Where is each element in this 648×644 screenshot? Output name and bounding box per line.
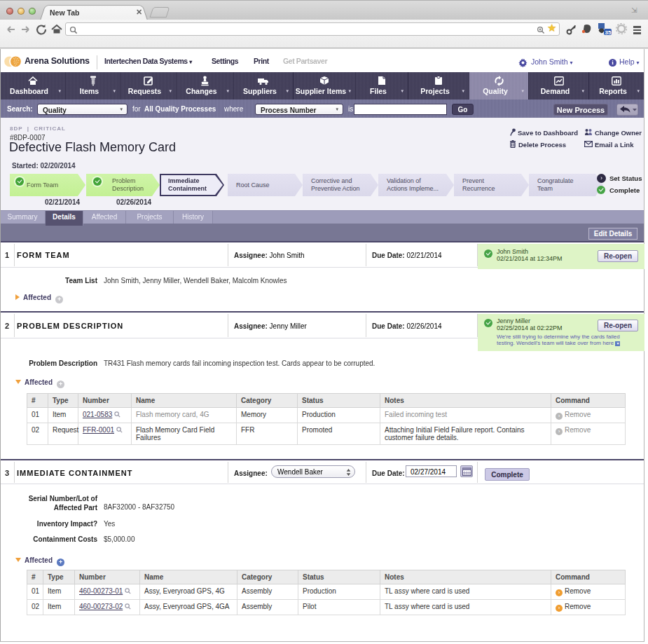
svg-text:35: 35: [605, 29, 612, 36]
